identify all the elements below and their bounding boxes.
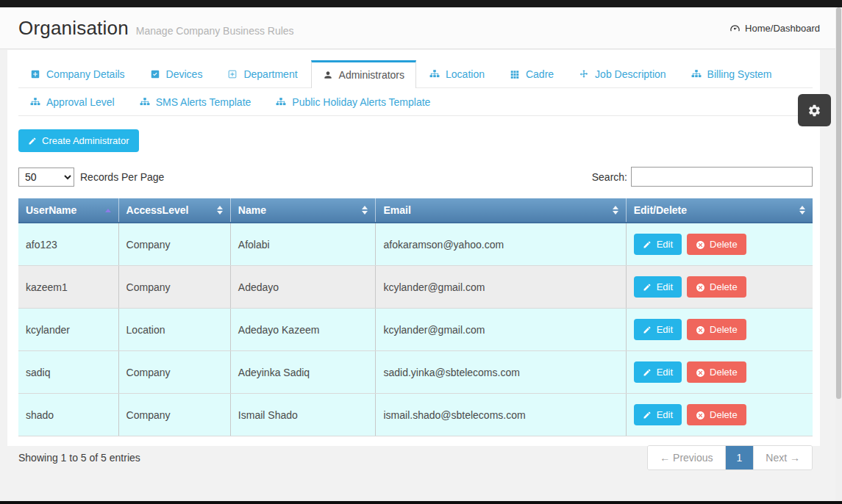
sitemap-icon: [30, 97, 40, 107]
edit-button-label: Edit: [657, 409, 673, 420]
records-per-page-select[interactable]: 50: [18, 168, 74, 187]
dashboard-icon: [729, 23, 741, 34]
cell-name: Afolabi: [230, 223, 376, 266]
cell-actions: EditDelete: [626, 351, 813, 394]
tab-cadre[interactable]: Cadre: [498, 60, 566, 87]
tab-label: Department: [243, 68, 297, 80]
tab-label: Approval Level: [46, 96, 115, 108]
column-label: Name: [238, 204, 266, 216]
delete-button[interactable]: Delete: [687, 319, 746, 340]
tab-department[interactable]: Department: [215, 60, 309, 87]
edit-button[interactable]: Edit: [634, 404, 682, 425]
delete-button-label: Delete: [710, 281, 738, 292]
cell-email: kcylander@gmail.com: [376, 266, 626, 309]
tab-devices[interactable]: Devices: [138, 60, 215, 87]
settings-toggle-button[interactable]: [798, 94, 831, 126]
breadcrumb[interactable]: Home/Dashboard: [729, 7, 820, 49]
tab-billing-system[interactable]: Billing System: [679, 60, 784, 87]
column-label: Edit/Delete: [634, 204, 687, 216]
column-header-name[interactable]: Name: [230, 198, 376, 223]
delete-button[interactable]: Delete: [687, 234, 746, 255]
table-row: afo123CompanyAfolabiafokaramson@yahoo.co…: [18, 223, 813, 266]
pencil-icon: [643, 325, 652, 334]
move-icon: [579, 69, 589, 79]
tab-label: Billing System: [707, 68, 772, 80]
edit-button-label: Edit: [657, 239, 673, 250]
cell-actions: EditDelete: [626, 266, 813, 309]
cell-access-level: Company: [118, 223, 230, 266]
tab-location[interactable]: Location: [418, 60, 496, 87]
search-label: Search:: [592, 171, 627, 183]
column-header-email[interactable]: Email: [376, 198, 626, 223]
column-header-username[interactable]: UserName: [18, 198, 118, 223]
search-box: Search:: [592, 167, 813, 187]
cell-username: sadiq: [18, 351, 118, 394]
tab-row-1: Company DetailsDevicesDepartmentAdminist…: [18, 60, 813, 88]
cell-email: kcylander@gmail.com: [376, 309, 626, 351]
tab-row-2: Approval LevelSMS Alerts TemplatePublic …: [18, 88, 813, 116]
pagination-previous[interactable]: ← Previous: [648, 446, 725, 469]
cell-actions: EditDelete: [626, 309, 813, 351]
tab-company-details[interactable]: Company Details: [18, 60, 137, 87]
pencil-icon: [643, 283, 652, 292]
delete-button[interactable]: Delete: [687, 276, 746, 298]
circle-x-icon: [696, 283, 704, 292]
create-administrator-button[interactable]: Create Administrator: [18, 129, 139, 152]
edit-button[interactable]: Edit: [634, 319, 682, 340]
column-label: AccessLevel: [126, 204, 189, 216]
cell-username: afo123: [18, 223, 118, 266]
sort-both-icon: [799, 206, 805, 215]
sitemap-icon: [429, 69, 440, 79]
edit-button[interactable]: Edit: [634, 234, 682, 255]
sort-both-icon: [613, 206, 618, 215]
pagination-next[interactable]: Next →: [754, 446, 812, 469]
cell-access-level: Company: [118, 351, 230, 394]
pagination-page-1[interactable]: 1: [726, 446, 754, 469]
bottom-bar: [0, 501, 842, 504]
tab-administrators[interactable]: Administrators: [311, 60, 416, 88]
records-per-page: 50 Records Per Page: [18, 168, 164, 187]
search-input[interactable]: [631, 167, 813, 187]
entries-summary: Showing 1 to 5 of 5 entries: [18, 452, 140, 464]
tab-approval-level[interactable]: Approval Level: [18, 88, 126, 115]
circle-x-icon: [696, 411, 704, 420]
edit-button-label: Edit: [657, 367, 673, 378]
delete-button[interactable]: Delete: [687, 361, 746, 383]
pencil-icon: [643, 411, 652, 420]
administrators-table: UserNameAccessLevelNameEmailEdit/Delete …: [18, 198, 813, 436]
tab-label: Devices: [166, 68, 203, 80]
tab-label: Administrators: [339, 69, 404, 81]
column-header-accesslevel[interactable]: AccessLevel: [118, 198, 230, 223]
column-label: UserName: [26, 204, 76, 216]
pencil-icon: [28, 137, 37, 145]
cell-email: sadid.yinka@sbtelecoms.com: [376, 351, 626, 394]
sort-both-icon: [362, 206, 368, 215]
column-header-edit-delete[interactable]: Edit/Delete: [626, 198, 813, 223]
cell-name: Adeyinka Sadiq: [230, 351, 376, 394]
sort-both-icon: [217, 206, 223, 215]
table-row: sadiqCompanyAdeyinka Sadiqsadid.yinka@sb…: [18, 351, 813, 394]
pagination: ← Previous 1 Next →: [647, 445, 813, 470]
edit-button[interactable]: Edit: [634, 361, 682, 383]
scrollbar-thumb[interactable]: [836, 7, 841, 399]
tab-public-holiday-alerts-template[interactable]: Public Holiday Alerts Template: [264, 88, 442, 115]
user-icon: [323, 70, 333, 80]
sitemap-icon: [691, 69, 702, 79]
cell-username: kcylander: [18, 309, 118, 351]
tab-sms-alerts-template[interactable]: SMS Alerts Template: [128, 88, 263, 115]
check-square-icon: [150, 69, 160, 79]
table-row: shadoCompanyIsmail Shadoismail.shado@sbt…: [18, 394, 813, 436]
edit-button-label: Edit: [657, 281, 673, 292]
tab-job-description[interactable]: Job Description: [567, 60, 678, 87]
delete-button[interactable]: Delete: [687, 404, 746, 425]
tab-label: Location: [446, 68, 485, 80]
tab-label: Job Description: [595, 68, 666, 80]
gear-icon: [807, 104, 821, 118]
page-scrollbar: [835, 7, 842, 501]
table-row: kcylanderLocationAdedayo Kazeemkcylander…: [18, 309, 813, 351]
edit-button[interactable]: Edit: [634, 276, 682, 298]
table-row: kazeem1CompanyAdedayokcylander@gmail.com…: [18, 266, 813, 309]
cell-access-level: Company: [118, 266, 230, 309]
plus-square-icon: [30, 69, 40, 79]
tab-label: Company Details: [46, 68, 125, 80]
